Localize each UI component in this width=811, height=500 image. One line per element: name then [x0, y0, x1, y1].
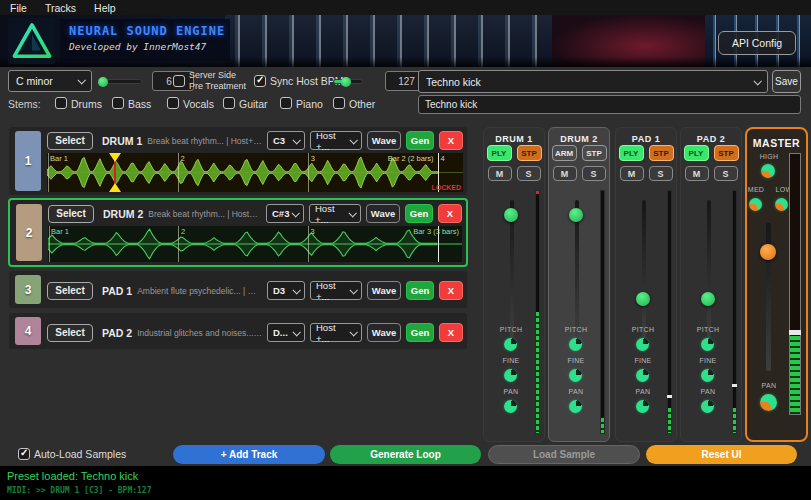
- pan-knob[interactable]: [636, 400, 649, 413]
- track-number-badge[interactable]: 3: [15, 275, 41, 304]
- add-track-button[interactable]: + Add Track: [173, 445, 325, 464]
- stem-piano-checkbox[interactable]: [280, 97, 292, 109]
- slider-handle[interactable]: [98, 77, 108, 87]
- track-select-button[interactable]: Select: [47, 282, 93, 300]
- fine-knob[interactable]: [569, 369, 582, 382]
- wave-button[interactable]: Wave: [367, 131, 401, 150]
- chevron-down-icon: [348, 209, 356, 217]
- master-fader-handle[interactable]: [760, 244, 776, 260]
- playhead-marker[interactable]: [109, 153, 121, 192]
- generate-button[interactable]: Gen: [405, 204, 433, 223]
- stop-button[interactable]: STP: [714, 145, 739, 161]
- mute-button[interactable]: M: [488, 166, 512, 181]
- volume-fader-handle[interactable]: [701, 292, 715, 306]
- volume-fader-handle[interactable]: [636, 292, 650, 306]
- track-select-button[interactable]: Select: [48, 205, 94, 223]
- solo-button[interactable]: S: [649, 166, 673, 181]
- host-sync-select[interactable]: Host +...: [310, 323, 362, 342]
- generate-button[interactable]: Gen: [406, 131, 434, 150]
- stem-vocals-checkbox[interactable]: [167, 97, 179, 109]
- solo-button[interactable]: S: [517, 166, 541, 181]
- delete-track-button[interactable]: X: [438, 204, 462, 223]
- track-number-badge[interactable]: 4: [15, 317, 41, 345]
- stop-button[interactable]: STP: [649, 145, 674, 161]
- server-side-checkbox[interactable]: [173, 75, 185, 87]
- pitch-knob[interactable]: [701, 338, 714, 351]
- master-pan-knob[interactable]: [760, 394, 777, 411]
- status-midi-message: MIDI: >> DRUM 1 [C3] - BPM:127: [7, 486, 152, 495]
- mute-button[interactable]: M: [685, 166, 709, 181]
- track-number-badge[interactable]: 1: [15, 131, 41, 191]
- track-number-badge[interactable]: 2: [16, 204, 42, 261]
- fine-knob[interactable]: [636, 369, 649, 382]
- med-eq-knob[interactable]: [749, 198, 762, 211]
- track-select-button[interactable]: Select: [47, 324, 93, 342]
- save-preset-button[interactable]: Save: [772, 70, 801, 93]
- stem-drums-checkbox[interactable]: [55, 97, 67, 109]
- low-eq-knob[interactable]: [775, 198, 788, 211]
- api-config-button[interactable]: API Config: [718, 31, 796, 55]
- load-sample-button[interactable]: Load Sample: [488, 445, 640, 464]
- header-banner: NEURAL SOUND ENGINE Developed by InnerMo…: [0, 15, 811, 67]
- pre-treatment-slider[interactable]: [96, 79, 142, 84]
- stem-other-checkbox[interactable]: [333, 97, 345, 109]
- bpm-slider[interactable]: [333, 79, 363, 84]
- wave-button[interactable]: Wave: [366, 204, 400, 223]
- note-select[interactable]: D3: [267, 281, 305, 300]
- waveform-display[interactable]: Bar 1 2 3 Bar 2 (2 bars) 4 LOCKED: [47, 153, 463, 192]
- volume-fader-handle[interactable]: [504, 208, 518, 222]
- stop-button[interactable]: STP: [517, 145, 542, 161]
- delete-track-button[interactable]: X: [439, 323, 463, 342]
- note-select[interactable]: C3: [267, 131, 305, 150]
- pitch-knob[interactable]: [569, 338, 582, 351]
- generate-button[interactable]: Gen: [406, 281, 434, 300]
- play-button[interactable]: PLY: [487, 145, 512, 161]
- channel-title: DRUM 1: [484, 134, 544, 144]
- note-select[interactable]: C#3: [266, 204, 304, 223]
- note-select[interactable]: D...: [267, 323, 305, 342]
- mute-button[interactable]: M: [553, 166, 577, 181]
- sync-host-bpm-checkbox[interactable]: [254, 75, 266, 87]
- delete-track-button[interactable]: X: [439, 281, 463, 300]
- wave-button[interactable]: Wave: [367, 281, 401, 300]
- stem-guitar-checkbox[interactable]: [223, 97, 235, 109]
- solo-button[interactable]: S: [582, 166, 606, 181]
- generate-loop-button[interactable]: Generate Loop: [330, 445, 481, 464]
- host-sync-select[interactable]: Host +...: [309, 204, 361, 223]
- host-sync-select[interactable]: Host +...: [310, 281, 362, 300]
- host-sync-select[interactable]: Host +...: [310, 131, 362, 150]
- fine-knob[interactable]: [701, 369, 714, 382]
- mute-button[interactable]: M: [620, 166, 644, 181]
- pan-knob[interactable]: [569, 400, 582, 413]
- wave-button[interactable]: Wave: [367, 323, 401, 342]
- high-eq-knob[interactable]: [761, 164, 775, 178]
- level-meter: [732, 190, 737, 434]
- menu-tracks[interactable]: Tracks: [45, 2, 76, 14]
- generate-button[interactable]: Gen: [406, 323, 434, 342]
- preset-select[interactable]: Techno kick: [418, 70, 768, 93]
- stem-bass-checkbox[interactable]: [112, 97, 124, 109]
- track-row-pad2: 4 Select PAD 2 Industrial glitches and n…: [8, 312, 468, 350]
- preset-name-input[interactable]: Techno kick: [418, 95, 801, 114]
- track-select-button[interactable]: Select: [47, 132, 93, 150]
- pitch-knob[interactable]: [636, 338, 649, 351]
- menu-file[interactable]: File: [10, 2, 27, 14]
- play-button[interactable]: PLY: [684, 145, 709, 161]
- pitch-knob[interactable]: [504, 338, 517, 351]
- pan-knob[interactable]: [504, 400, 517, 413]
- pan-knob[interactable]: [701, 400, 714, 413]
- fine-label: FINE: [616, 357, 670, 364]
- waveform-display[interactable]: Bar 1 2 3 Bar 3 (3 bars): [48, 226, 462, 262]
- stop-button[interactable]: STP: [582, 145, 607, 161]
- delete-track-button[interactable]: X: [439, 131, 463, 150]
- reset-ui-button[interactable]: Reset UI: [646, 445, 797, 464]
- play-button[interactable]: PLY: [619, 145, 644, 161]
- solo-button[interactable]: S: [714, 166, 738, 181]
- slider-handle[interactable]: [341, 77, 351, 87]
- arm-button[interactable]: ARM: [552, 145, 577, 161]
- menu-help[interactable]: Help: [94, 2, 116, 14]
- key-select[interactable]: C minor: [8, 70, 92, 92]
- auto-load-samples-checkbox[interactable]: [18, 448, 30, 460]
- fine-knob[interactable]: [504, 369, 517, 382]
- volume-fader-handle[interactable]: [569, 208, 583, 222]
